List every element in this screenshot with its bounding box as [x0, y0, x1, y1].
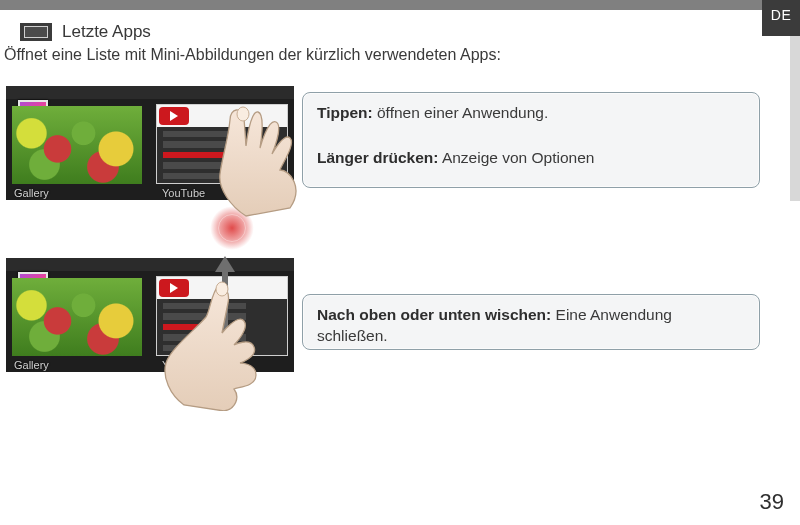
callout-tap-hold: Tippen: öffnen einer Anwendung. Länger d… [302, 92, 760, 188]
hold-text: Anzeige von Optionen [438, 149, 594, 166]
hand-icon [156, 281, 266, 411]
status-bar [6, 258, 294, 271]
gallery-label: Gallery [14, 359, 49, 371]
language-tab: DE [762, 0, 800, 36]
svg-point-0 [237, 107, 249, 121]
top-bar [0, 0, 800, 10]
gallery-thumb [12, 278, 142, 356]
section-title: Letzte Apps [62, 22, 151, 42]
intro-text: Öffnet eine Liste mit Mini-Abbildungen d… [4, 46, 501, 64]
section-heading: Letzte Apps [20, 22, 151, 42]
page-number: 39 [760, 489, 784, 515]
recent-apps-icon [20, 23, 52, 41]
callout-swipe: Nach oben oder unten wischen: Eine Anwen… [302, 294, 760, 350]
hold-label: Länger drücken: [317, 149, 438, 166]
gallery-thumb [12, 106, 142, 184]
side-strip [790, 36, 800, 201]
play-icon [159, 107, 189, 125]
swipe-label: Nach oben oder unten wischen: [317, 306, 551, 323]
youtube-label: YouTube [162, 187, 205, 199]
gallery-label: Gallery [14, 187, 49, 199]
tap-label: Tippen: [317, 104, 373, 121]
tap-text: öffnen einer Anwendung. [373, 104, 549, 121]
svg-point-2 [216, 282, 228, 296]
